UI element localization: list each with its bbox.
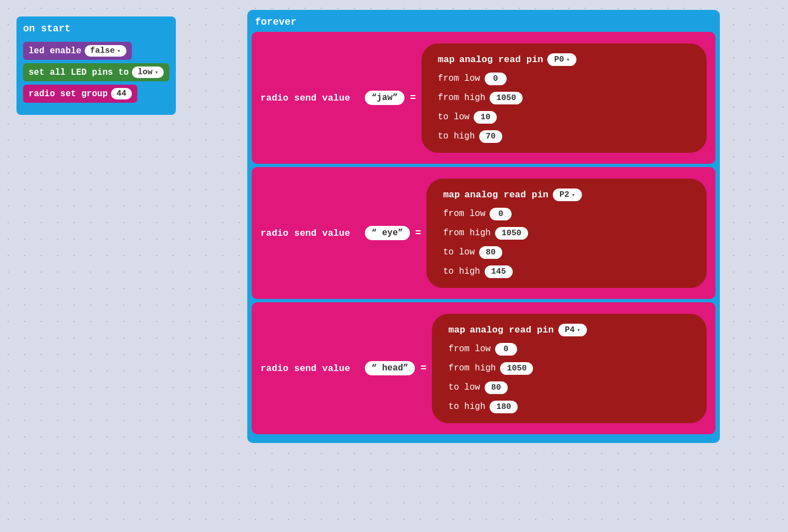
from-high-head-label: from high: [448, 363, 496, 373]
from-low-eye-label: from low: [443, 209, 485, 219]
to-low-head-label: to low: [448, 383, 480, 392]
radio-send-jaw-block: radio send value “jaw” = map analog read…: [252, 32, 715, 164]
led-enable-dropdown-icon: ▾: [117, 47, 121, 54]
radio-set-group-label: radio set group: [29, 89, 108, 99]
from-high-eye-label: from high: [443, 228, 490, 238]
radio-send-head-label: radio send value: [260, 363, 359, 374]
analog-read-eye: analog read pin: [464, 190, 548, 200]
to-high-head-label: to high: [448, 402, 485, 412]
to-high-jaw-label: to high: [438, 131, 475, 141]
radio-send-head-key[interactable]: “ head”: [365, 361, 415, 375]
pin-eye-dropdown-icon: ▾: [571, 191, 575, 198]
to-high-head-value[interactable]: 180: [490, 401, 518, 413]
map-eye-block: map analog read pin P2 ▾ from low 0 from…: [426, 179, 707, 288]
from-low-jaw-value[interactable]: 0: [485, 73, 507, 85]
on-start-header: on start: [23, 21, 169, 36]
to-low-eye-value[interactable]: 80: [479, 246, 502, 259]
from-high-jaw-label: from high: [438, 93, 485, 103]
pin-jaw-value[interactable]: P0 ▾: [547, 53, 576, 66]
forever-container: forever radio send value “jaw” = map ana…: [247, 10, 720, 443]
map-head-header: map analog read pin P4 ▾: [448, 324, 690, 336]
to-high-eye-label: to high: [443, 267, 480, 276]
set-led-pins-label: set all LED pins to: [29, 68, 129, 77]
to-high-jaw-value[interactable]: 70: [479, 130, 502, 143]
from-high-eye-row: from high 1050: [443, 227, 690, 240]
workspace: on start led enable false ▾ set all LED …: [0, 0, 788, 532]
analog-read-head: analog read pin: [470, 325, 554, 335]
set-led-dropdown-icon: ▾: [154, 69, 158, 76]
equals-jaw: =: [410, 92, 416, 103]
from-high-jaw-value[interactable]: 1050: [490, 92, 523, 104]
set-led-pins-row: set all LED pins to low ▾: [23, 63, 169, 81]
on-start-block: on start led enable false ▾ set all LED …: [16, 16, 176, 115]
to-low-head-row: to low 80: [448, 381, 690, 394]
map-eye-header: map analog read pin P2 ▾: [443, 189, 690, 201]
from-high-eye-value[interactable]: 1050: [495, 227, 528, 240]
to-high-eye-value[interactable]: 145: [485, 265, 513, 278]
to-high-head-row: to high 180: [448, 401, 690, 413]
pin-head-dropdown-icon: ▾: [577, 326, 581, 334]
radio-set-group-block[interactable]: radio set group 44: [23, 85, 137, 103]
forever-block: forever radio send value “jaw” = map ana…: [247, 10, 720, 443]
radio-send-eye-key[interactable]: “ eye”: [365, 226, 410, 240]
pin-head-value[interactable]: P4 ▾: [558, 324, 587, 336]
radio-send-jaw-key[interactable]: “jaw”: [365, 91, 404, 105]
to-low-jaw-row: to low 10: [438, 111, 690, 124]
map-jaw-text: map: [438, 54, 455, 65]
equals-head: =: [420, 363, 426, 374]
led-enable-block[interactable]: led enable false ▾: [23, 42, 132, 60]
equals-eye: =: [415, 228, 421, 239]
from-high-jaw-row: from high 1050: [438, 92, 690, 104]
led-enable-row: led enable false ▾: [23, 42, 169, 60]
led-enable-label: led enable: [29, 46, 81, 56]
pin-jaw-dropdown-icon: ▾: [566, 56, 570, 63]
map-jaw-block: map analog read pin P0 ▾ from low 0 from…: [421, 43, 707, 153]
from-high-head-row: from high 1050: [448, 362, 690, 375]
pin-eye-value[interactable]: P2 ▾: [553, 189, 582, 201]
from-low-eye-value[interactable]: 0: [490, 208, 512, 220]
map-jaw-header: map analog read pin P0 ▾: [438, 53, 690, 66]
radio-send-jaw-label: radio send value: [260, 93, 359, 103]
on-start-container: on start led enable false ▾ set all LED …: [16, 16, 176, 115]
map-eye-text: map: [443, 190, 460, 200]
radio-send-eye-block: radio send value “ eye” = map analog rea…: [252, 167, 715, 299]
to-low-eye-row: to low 80: [443, 246, 690, 259]
radio-set-group-row: radio set group 44: [23, 85, 169, 103]
led-enable-value[interactable]: false ▾: [85, 45, 126, 57]
radio-send-head-block: radio send value “ head” = map analog re…: [252, 302, 715, 434]
map-head-block: map analog read pin P4 ▾ from low 0 from…: [432, 314, 707, 423]
to-low-head-value[interactable]: 80: [485, 381, 508, 394]
radio-set-group-value[interactable]: 44: [111, 88, 132, 99]
forever-header: forever: [252, 14, 715, 32]
radio-send-eye-label: radio send value: [260, 228, 359, 239]
from-low-head-row: from low 0: [448, 343, 690, 356]
from-low-jaw-row: from low 0: [438, 73, 690, 85]
to-low-jaw-value[interactable]: 10: [474, 111, 497, 124]
set-led-pins-value[interactable]: low ▾: [132, 66, 164, 78]
to-high-eye-row: to high 145: [443, 265, 690, 278]
map-head-text: map: [448, 325, 465, 335]
from-low-jaw-label: from low: [438, 74, 480, 84]
to-low-eye-label: to low: [443, 247, 475, 257]
to-low-jaw-label: to low: [438, 112, 470, 122]
from-low-eye-row: from low 0: [443, 208, 690, 220]
set-led-pins-block[interactable]: set all LED pins to low ▾: [23, 63, 169, 81]
analog-read-jaw: analog read pin: [459, 54, 543, 65]
to-high-jaw-row: to high 70: [438, 130, 690, 143]
from-low-head-value[interactable]: 0: [495, 343, 517, 356]
from-high-head-value[interactable]: 1050: [500, 362, 533, 375]
from-low-head-label: from low: [448, 344, 491, 354]
